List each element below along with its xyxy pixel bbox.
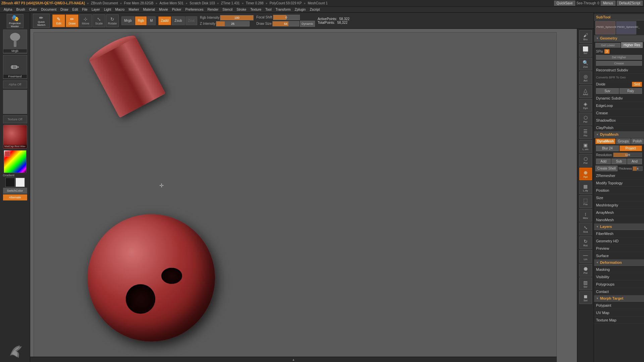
texture-map-item[interactable]: Texture Map: [594, 316, 644, 324]
spix-button[interactable]: 3: [604, 49, 610, 54]
resolution-slider[interactable]: 128: [613, 153, 642, 157]
polish-button[interactable]: Polish: [631, 138, 644, 144]
vps-floor-btn[interactable]: ☰ Flo: [579, 126, 592, 139]
menu-transform[interactable]: Transform: [274, 7, 292, 12]
del-higher-button[interactable]: Del Higher: [596, 55, 642, 60]
layers-section-header[interactable]: Layers: [594, 224, 644, 230]
mrgb-button[interactable]: Mrgb: [121, 16, 135, 25]
deformation-section-header[interactable]: Deformation: [594, 259, 644, 266]
small-tool-icon[interactable]: [3, 90, 27, 114]
move-button[interactable]: ⊹ Move: [79, 14, 92, 27]
vps-aad-btn[interactable]: △ AAd: [579, 85, 592, 98]
alternate-button[interactable]: Alternate: [3, 194, 27, 200]
menu-edit[interactable]: Edit: [71, 7, 80, 12]
vps-actual-btn[interactable]: ◎ Act: [579, 71, 592, 84]
m-button[interactable]: M: [147, 16, 155, 25]
add-button[interactable]: Add: [596, 159, 611, 164]
quicksave-button[interactable]: QuickSave: [554, 1, 575, 6]
menus-button[interactable]: Menus: [601, 1, 615, 6]
get-lower-button[interactable]: Get Lower: [595, 43, 621, 48]
vps-zoom-btn[interactable]: 🔍 Zoo: [579, 58, 592, 70]
position-item[interactable]: Position: [594, 187, 644, 194]
menu-zplugin[interactable]: Zplugin: [293, 7, 308, 12]
menu-layer[interactable]: Layer: [90, 7, 102, 12]
menu-movie[interactable]: Movie: [157, 7, 170, 12]
reconstruct-subdiv-item[interactable]: Reconstruct Subdiv: [594, 66, 644, 74]
polygroups-item[interactable]: Polygroups: [594, 281, 644, 288]
array-mesh-item[interactable]: ArrayMesh: [594, 209, 644, 216]
menu-marker[interactable]: Marker: [127, 7, 141, 12]
vps-scroll-btn[interactable]: ⬜ Scr: [579, 44, 592, 57]
zcut-button[interactable]: Zcut: [185, 16, 197, 25]
vps-solo-btn[interactable]: ◼ Sol: [579, 291, 592, 304]
menu-zscript[interactable]: Zscript: [308, 7, 321, 12]
modify-topology-item[interactable]: Modify Topology: [594, 179, 644, 187]
mesh-integrity-item[interactable]: MeshIntegrity: [594, 201, 644, 209]
quick-sketch-button[interactable]: ✏ Quick Sketch: [33, 14, 50, 28]
dynamessh-button[interactable]: DynaMesh: [595, 138, 615, 144]
menu-texture[interactable]: Texture: [249, 7, 263, 12]
raly-button[interactable]: Raly: [620, 88, 642, 94]
crease-button[interactable]: Crease: [596, 61, 642, 66]
zremesher-item[interactable]: ZRemesher: [594, 172, 644, 179]
menu-stroke[interactable]: Stroke: [235, 7, 248, 12]
menu-file[interactable]: File: [80, 7, 89, 12]
menu-light[interactable]: Light: [102, 7, 113, 12]
rgb-button[interactable]: Rgb: [135, 16, 147, 25]
canvas[interactable]: 0.148,0.83,0.536: [30, 29, 577, 362]
menu-material[interactable]: Material: [142, 7, 157, 12]
color-wheel[interactable]: [4, 150, 26, 173]
dynamic-subdiv-item[interactable]: Dynamic Subdiv: [594, 95, 644, 102]
visibility-item[interactable]: Visibility: [594, 273, 644, 281]
vps-pol-btn[interactable]: ⬡ Pol: [579, 154, 592, 167]
alpha-off-button[interactable]: Alpha Off: [3, 80, 27, 88]
focal-shift-slider[interactable]: 0: [273, 15, 300, 20]
size-item[interactable]: Size: [594, 194, 644, 201]
menu-stencil[interactable]: Stencil: [221, 7, 234, 12]
fiber-mesh-item[interactable]: FiberMesh: [594, 230, 644, 237]
subtool-item-2[interactable]: PM3D_Sphere3D_: [616, 21, 636, 35]
polypaint-item[interactable]: Polypaint: [594, 302, 644, 309]
create-shell-button[interactable]: Create Shell: [595, 166, 618, 171]
geometry-hd-item[interactable]: Geometry HD: [594, 237, 644, 245]
nano-mesh-item[interactable]: NanoMesh: [594, 216, 644, 224]
dynamessh-section-header[interactable]: DynaMesh: [594, 131, 644, 138]
crease-item[interactable]: Crease: [594, 109, 644, 117]
swatch-white[interactable]: [15, 178, 25, 187]
brush-tool-icon[interactable]: Mrgb: [3, 29, 27, 54]
groups-button[interactable]: Groups: [616, 138, 631, 144]
menu-alpha[interactable]: Alpha: [2, 7, 14, 12]
vps-move-btn[interactable]: ↕ Mov: [579, 209, 592, 222]
default-zscript-button[interactable]: DefaultZScript: [617, 1, 643, 6]
vps-rot-btn[interactable]: ↻ Rot: [579, 236, 592, 249]
draw-button[interactable]: ✏ Draw: [66, 14, 78, 27]
edge-loop-item[interactable]: EdgeLoop: [594, 102, 644, 109]
edit-button[interactable]: ✎ Edit: [52, 14, 65, 27]
masking-item[interactable]: Masking: [594, 266, 644, 273]
switch-color-button[interactable]: SwitchColor: [3, 188, 27, 194]
vps-per-btn[interactable]: ⬡ Per: [579, 113, 592, 125]
morph-target-section-header[interactable]: Morph Target: [594, 295, 644, 302]
vps-scale-btn[interactable]: ⤡ Sca: [579, 223, 592, 235]
swatch-black[interactable]: [5, 178, 15, 187]
smt-button[interactable]: Smt: [632, 82, 642, 87]
sub-button[interactable]: Sub: [611, 159, 626, 164]
color-picker[interactable]: Gradient SwitchColor Alternate: [3, 150, 27, 200]
rgb-intensity-slider[interactable]: 100: [220, 15, 254, 20]
material-icon[interactable]: MatCap Red Wax: [3, 125, 27, 149]
menu-document[interactable]: Document: [40, 7, 58, 12]
geometry-section-header[interactable]: Geometry: [594, 35, 644, 42]
uv-map-item[interactable]: UV Map: [594, 309, 644, 316]
menu-render[interactable]: Render: [206, 7, 220, 12]
texture-off-button[interactable]: Texture Off: [3, 115, 27, 123]
menu-brush[interactable]: Brush: [15, 7, 27, 12]
menu-color[interactable]: Color: [28, 7, 39, 12]
higher-res-button[interactable]: Higher Res: [621, 42, 643, 48]
dynamic-button[interactable]: Dynamic: [300, 21, 315, 27]
blur-button[interactable]: Blur 24: [596, 145, 619, 151]
project-button[interactable]: Project: [620, 145, 642, 151]
vps-dyn-btn[interactable]: ◈ Dyn: [579, 99, 592, 112]
rotate-button[interactable]: ↻ Rotate: [106, 14, 119, 27]
menu-draw[interactable]: Draw: [59, 7, 70, 12]
vps-ldy-btn[interactable]: ▦ L.dy: [579, 181, 592, 194]
